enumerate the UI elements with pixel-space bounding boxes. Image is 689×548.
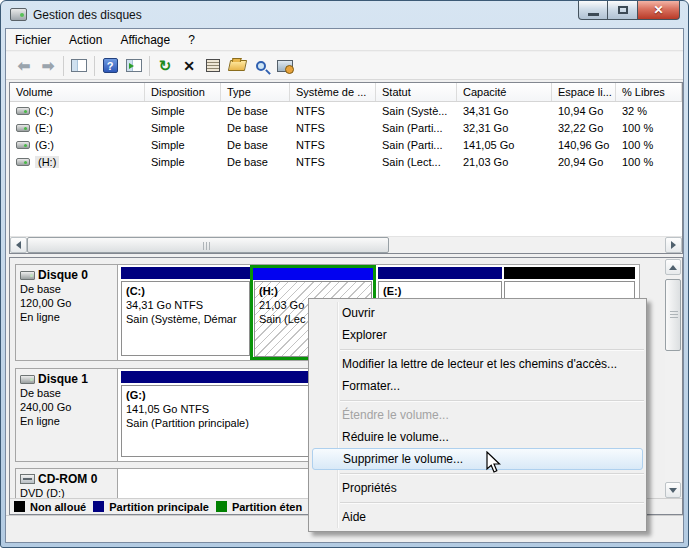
table-cell: Sain (Parti... — [376, 122, 457, 134]
menu-item-proprietes[interactable]: Propriétés — [309, 477, 646, 499]
partition-color-strip — [121, 267, 250, 279]
partition-c[interactable]: (C:) 34,31 Go NTFS Sain (Système, Démar — [121, 267, 250, 358]
scroll-left-icon — [16, 241, 21, 249]
titlebar[interactable]: Gestion des disques ✕ — [1, 1, 688, 28]
column-header-capacite[interactable]: Capacité — [457, 83, 552, 101]
action-pane-icon — [126, 59, 142, 72]
extended-partition-swatch — [216, 501, 227, 512]
column-header-disposition[interactable]: Disposition — [145, 83, 221, 101]
scroll-up-button[interactable] — [665, 259, 681, 275]
computer-manage-icon — [277, 60, 293, 72]
minimize-button[interactable] — [578, 1, 608, 20]
table-cell: De base — [221, 139, 290, 151]
horizontal-scrollbar[interactable] — [10, 236, 682, 253]
legend-label: Non alloué — [30, 501, 86, 513]
properties-icon — [206, 59, 220, 72]
menu-item-modifier-lettre[interactable]: Modifier la lettre de lecteur et les che… — [309, 353, 646, 375]
console-tree-icon — [71, 59, 87, 72]
table-empty-area — [10, 170, 682, 236]
forward-button[interactable]: ➡ — [36, 54, 60, 78]
back-button[interactable]: ⬅ — [12, 54, 36, 78]
cdrom-icon — [20, 474, 35, 484]
table-cell: 100 % — [616, 139, 682, 151]
delete-button[interactable]: ✕ — [177, 54, 201, 78]
menu-item-explorer[interactable]: Explorer — [309, 324, 646, 346]
cdrom-label-cell[interactable]: CD-ROM 0 DVD (D:) — [16, 469, 118, 498]
volume-label: (E:) — [35, 122, 53, 134]
column-header-volume[interactable]: Volume — [10, 83, 145, 101]
table-cell: 10,94 Go — [552, 105, 616, 117]
volume-cell: (G:) — [10, 139, 145, 151]
menu-item-etendre-volume: Étendre le volume... — [309, 404, 646, 426]
partition-name: (C:) — [126, 284, 245, 298]
disk-icon — [20, 271, 35, 280]
refresh-button[interactable]: ↻ — [153, 54, 177, 78]
disk-size: 240,00 Go — [20, 400, 113, 414]
column-header-espace[interactable]: Espace li... — [552, 83, 616, 101]
computer-manage-button[interactable] — [273, 54, 297, 78]
close-icon: ✕ — [653, 3, 663, 17]
menu-item-formater[interactable]: Formater... — [309, 375, 646, 397]
table-cell: 32 % — [616, 105, 682, 117]
menu-fichier[interactable]: Fichier — [6, 30, 60, 50]
menu-item-supprimer-volume[interactable]: Supprimer le volume... — [312, 448, 643, 470]
menu-separator — [340, 349, 644, 350]
menu-affichage[interactable]: Affichage — [111, 30, 179, 50]
drive-icon — [16, 107, 30, 115]
drive-icon — [16, 141, 30, 149]
table-cell: De base — [221, 105, 290, 117]
table-cell: 100 % — [616, 156, 682, 168]
menu-separator — [340, 400, 644, 401]
table-row-h[interactable]: (H:) Simple De base NTFS Sain (Lect... 2… — [10, 153, 682, 170]
properties-button[interactable] — [201, 54, 225, 78]
table-cell: 140,96 Go — [552, 139, 616, 151]
horizontal-scrollbar-thumb[interactable] — [27, 237, 389, 253]
table-cell: Simple — [145, 105, 221, 117]
vertical-scrollbar[interactable] — [665, 259, 681, 498]
action-pane-button[interactable] — [122, 54, 146, 78]
disk1-label-cell[interactable]: Disque 1 De base 240,00 Go En ligne — [16, 369, 118, 461]
scroll-right-icon — [671, 241, 676, 249]
open-button[interactable] — [225, 54, 249, 78]
partition-color-strip — [253, 268, 373, 280]
table-cell: De base — [221, 122, 290, 134]
scroll-left-button[interactable] — [10, 237, 27, 253]
menu-separator — [340, 502, 644, 503]
table-cell: De base — [221, 156, 290, 168]
disk-status: En ligne — [20, 310, 113, 324]
table-cell: 141,05 Go — [457, 139, 552, 151]
table-row-g[interactable]: (G:) Simple De base NTFS Sain (Parti... … — [10, 136, 682, 153]
disk0-label-cell[interactable]: Disque 0 De base 120,00 Go En ligne — [16, 265, 118, 360]
volume-cell: (E:) — [10, 122, 145, 134]
column-header-systeme[interactable]: Système de ... — [290, 83, 376, 101]
menu-item-ouvrir[interactable]: Ouvrir — [309, 302, 646, 324]
menu-item-aide[interactable]: Aide — [309, 506, 646, 528]
table-row-e[interactable]: (E:) Simple De base NTFS Sain (Parti... … — [10, 119, 682, 136]
help-button[interactable]: ? — [98, 54, 122, 78]
menu-action[interactable]: Action — [60, 30, 111, 50]
menu-help[interactable]: ? — [179, 30, 204, 50]
window-title: Gestion des disques — [33, 8, 142, 22]
disk-name: CD-ROM 0 — [38, 472, 97, 486]
table-cell: NTFS — [290, 105, 376, 117]
maximize-button[interactable] — [608, 1, 637, 20]
app-icon — [10, 8, 27, 21]
mouse-cursor — [484, 451, 504, 475]
search-button[interactable] — [249, 54, 273, 78]
unallocated-swatch — [14, 501, 25, 512]
column-header-libres[interactable]: % Libres — [616, 83, 682, 101]
column-header-type[interactable]: Type — [221, 83, 290, 101]
partition-color-strip — [504, 267, 635, 279]
column-header-statut[interactable]: Statut — [376, 83, 457, 101]
table-row-c[interactable]: (C:) Simple De base NTFS Sain (Systè... … — [10, 102, 682, 119]
maximize-icon — [618, 6, 628, 14]
close-button[interactable]: ✕ — [637, 1, 680, 20]
scroll-down-button[interactable] — [665, 482, 681, 498]
vertical-scrollbar-thumb[interactable] — [665, 279, 681, 351]
disk-kind: De base — [20, 282, 113, 296]
table-cell: Sain (Systè... — [376, 105, 457, 117]
scroll-right-button[interactable] — [665, 237, 682, 253]
menu-item-reduire-volume[interactable]: Réduire le volume... — [309, 426, 646, 448]
console-tree-button[interactable] — [67, 54, 91, 78]
scroll-up-icon — [669, 265, 677, 270]
